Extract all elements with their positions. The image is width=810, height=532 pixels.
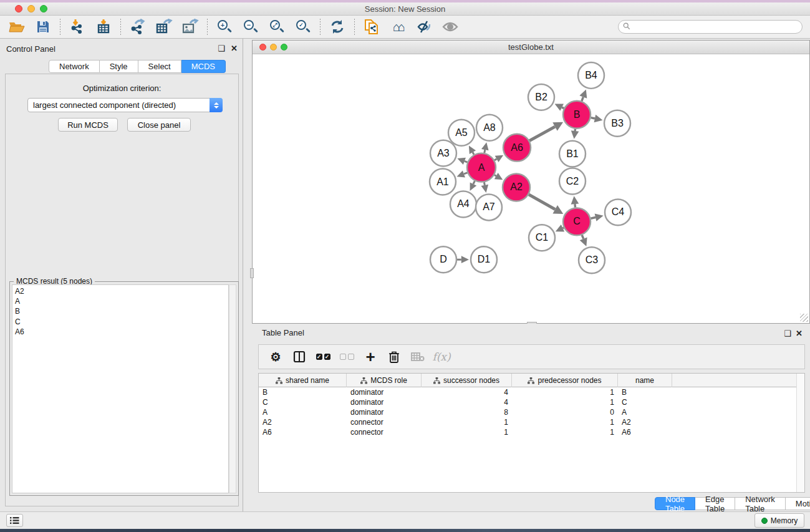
close-table-panel-icon[interactable]: ✕ <box>796 329 803 338</box>
tab-select[interactable]: Select <box>138 60 181 73</box>
node-A3[interactable]: A3 <box>430 140 456 167</box>
open-folder-icon[interactable] <box>5 17 29 36</box>
import-network-icon[interactable] <box>65 17 89 36</box>
column-header-MCDS-role[interactable]: MCDS role <box>347 374 422 387</box>
column-header-shared-name[interactable]: shared name <box>259 374 347 387</box>
clone-network-icon[interactable] <box>360 17 383 36</box>
node-A4[interactable]: A4 <box>450 191 476 217</box>
node-A[interactable]: A <box>467 153 496 182</box>
edge-C-C3[interactable] <box>582 235 583 239</box>
edge-B-B4[interactable] <box>582 97 583 102</box>
table-row-A6[interactable]: A6connector11A6 <box>259 427 796 437</box>
float-panel-icon[interactable]: ❑ <box>218 44 225 53</box>
node-C1[interactable]: C1 <box>529 225 555 251</box>
mcds-list-scrollbar[interactable] <box>229 284 236 493</box>
app-titlebar[interactable]: Session: New Session <box>0 2 810 16</box>
column-layout-icon[interactable] <box>290 348 309 365</box>
table-row-A[interactable]: Adominator80A <box>259 407 796 417</box>
overview-icon[interactable]: ⌂⌂ <box>386 17 410 36</box>
edge-A-A6[interactable] <box>494 159 497 160</box>
tab-network[interactable]: Network <box>49 60 100 73</box>
network-canvas[interactable]: B4B2BB3A8A5A6A3B1AA1C2A2A4A7C4CC1DD1C3 <box>253 54 809 323</box>
function-builder-icon[interactable]: f(x) <box>432 348 451 365</box>
criterion-select[interactable]: largest connected component (directed) <box>27 98 223 112</box>
node-C3[interactable]: C3 <box>579 247 605 273</box>
delete-column-icon[interactable] <box>385 348 403 365</box>
close-panel-icon[interactable]: ✕ <box>231 44 238 53</box>
edge-C-C1[interactable] <box>562 228 564 228</box>
add-column-icon[interactable]: + <box>361 348 380 365</box>
table-row-A2[interactable]: A2connector11A2 <box>259 417 796 427</box>
mcds-result-item[interactable]: A2 <box>15 286 226 296</box>
node-C[interactable]: C <box>563 208 591 235</box>
edge-A-A2[interactable] <box>494 175 496 176</box>
edge-A-A5[interactable] <box>473 152 474 155</box>
node-A1[interactable]: A1 <box>430 169 456 195</box>
node-C2[interactable]: C2 <box>559 168 586 195</box>
edge-A-A8[interactable] <box>485 150 485 153</box>
edge-A6-B[interactable] <box>529 127 555 140</box>
edge-A-A1[interactable] <box>464 173 468 174</box>
node-D[interactable]: D <box>430 246 456 273</box>
table-scrollbar[interactable] <box>796 374 804 492</box>
hide-annotations-icon[interactable] <box>412 17 436 36</box>
zoom-in-icon[interactable]: + <box>213 17 236 36</box>
gear-icon[interactable]: ⚙ <box>266 348 285 365</box>
delete-table-icon[interactable] <box>408 348 427 365</box>
zoom-selected-icon[interactable]: ✓ <box>291 17 315 36</box>
mcds-result-item[interactable]: A6 <box>15 327 226 337</box>
import-table-icon[interactable] <box>92 17 115 36</box>
column-header-predecessor-nodes[interactable]: predecessor nodes <box>512 374 618 387</box>
export-table-icon[interactable] <box>152 17 176 36</box>
float-table-panel-icon[interactable]: ❑ <box>784 329 791 338</box>
node-B2[interactable]: B2 <box>528 84 554 110</box>
zoom-out-icon[interactable]: − <box>239 17 263 36</box>
edge-C-C4[interactable] <box>591 218 595 219</box>
tab-node-table[interactable]: Node Table <box>655 497 695 510</box>
export-image-icon[interactable] <box>178 17 202 36</box>
select-all-icon[interactable]: ✓✓ <box>314 348 332 365</box>
edge-A-A7[interactable] <box>484 182 485 185</box>
memory-button[interactable]: Memory <box>755 513 804 528</box>
tab-edge-table[interactable]: Edge Table <box>695 497 735 510</box>
edge-C-C2[interactable] <box>575 204 576 207</box>
edge-B-B3[interactable] <box>591 118 594 118</box>
edge-B-B2[interactable] <box>562 107 564 109</box>
node-A8[interactable]: A8 <box>476 115 503 141</box>
mcds-result-item[interactable]: C <box>15 317 226 327</box>
column-header-successor-nodes[interactable]: successor nodes <box>422 374 512 387</box>
node-A2[interactable]: A2 <box>503 174 530 201</box>
node-A7[interactable]: A7 <box>476 194 502 220</box>
node-A6[interactable]: A6 <box>503 134 531 162</box>
save-icon[interactable] <box>31 17 55 36</box>
node-C4[interactable]: C4 <box>605 199 631 225</box>
edge-A2-C[interactable] <box>529 195 555 210</box>
tab-mcds[interactable]: MCDS <box>181 60 226 73</box>
tab-network-table[interactable]: Network Table <box>735 497 786 510</box>
edge-A-A3[interactable] <box>465 161 468 162</box>
mcds-result-list[interactable]: A2ABCA6 <box>12 284 229 493</box>
node-B1[interactable]: B1 <box>559 141 586 167</box>
node-B4[interactable]: B4 <box>578 62 604 89</box>
run-mcds-button[interactable]: Run MCDS <box>58 118 118 132</box>
network-window-titlebar[interactable]: testGlobe.txt <box>253 41 809 54</box>
task-history-button[interactable] <box>6 514 23 527</box>
table-row-B[interactable]: Bdominator41B <box>259 387 796 397</box>
export-network-icon[interactable] <box>126 17 150 36</box>
edge-A-A4[interactable] <box>473 181 475 184</box>
window-resize-grip[interactable] <box>800 314 808 322</box>
zoom-fit-icon[interactable]: ⤢ <box>265 17 289 36</box>
deselect-all-icon[interactable] <box>337 348 356 365</box>
search-input[interactable] <box>618 20 803 34</box>
mcds-result-item[interactable]: A <box>15 296 226 306</box>
close-panel-button[interactable]: Close panel <box>127 118 191 132</box>
column-header-name[interactable]: name <box>618 374 672 387</box>
tab-style[interactable]: Style <box>100 60 138 73</box>
node-B3[interactable]: B3 <box>604 110 630 137</box>
node-B[interactable]: B <box>563 101 591 128</box>
eye-icon[interactable] <box>438 17 462 36</box>
table-row-C[interactable]: Cdominator41C <box>259 397 796 407</box>
mcds-result-item[interactable]: B <box>15 306 226 316</box>
node-A5[interactable]: A5 <box>448 120 475 146</box>
tab-motifs[interactable]: Motifs <box>786 497 810 510</box>
